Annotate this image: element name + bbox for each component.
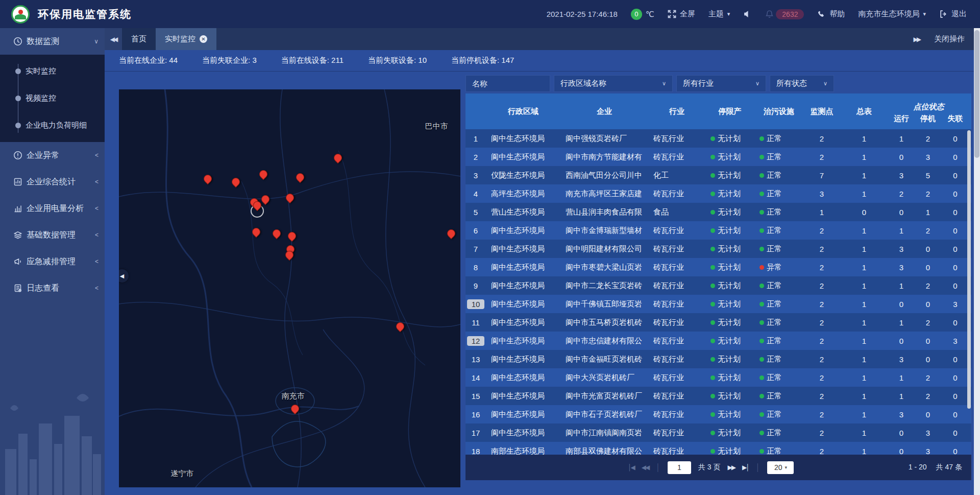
- sidebar-group-企业用电量分析[interactable]: 企业用电量分析 <: [0, 195, 105, 222]
- cell-region: 阆中生态环境局: [486, 350, 560, 368]
- sidebar-group-数据监测[interactable]: 数据监测 ∨: [0, 28, 105, 55]
- status-dot-icon: [710, 247, 715, 251]
- column-header-limit: 停限产: [705, 93, 754, 129]
- table-row[interactable]: 17 阆中生态环境局 阆中市江南镇阆南页岩 砖瓦行业 无计划 正常 2 1 0 …: [465, 423, 971, 442]
- fullscreen-icon: [668, 10, 676, 18]
- next-page-button[interactable]: ▶▶: [728, 464, 735, 471]
- sidebar-group-企业异常[interactable]: 企业异常 <: [0, 142, 105, 169]
- page-number-input[interactable]: 1: [668, 461, 691, 474]
- status-label: 当前失联企业:: [202, 56, 250, 64]
- table-row[interactable]: 8 阆中生态环境局 阆中市枣碧大梁山页岩 砖瓦行业 无计划 异常 2 1 3 0…: [465, 258, 971, 276]
- sidebar-item-视频监控[interactable]: 视频监控: [0, 85, 105, 112]
- fullscreen-button[interactable]: 全屏: [668, 9, 695, 19]
- chevron-down-icon: ▾: [727, 11, 730, 17]
- table-row[interactable]: 7 阆中生态环境局 阆中明阳建材有限公司 砖瓦行业 无计划 正常 2 1 3 0…: [465, 240, 971, 258]
- table-row[interactable]: 3 仪陇生态环境局 西南油气田分公司川中 化工 无计划 正常 7 1 3 5 0: [465, 166, 971, 184]
- cell-limit: 无计划: [705, 313, 754, 332]
- table-row[interactable]: 5 营山生态环境局 营山县润丰肉食品有限 食品 无计划 正常 1 0 0 1 0: [465, 203, 971, 221]
- last-page-button[interactable]: ▶│: [742, 464, 749, 471]
- cell-company: 阆中千佛镇五郎垭页岩: [560, 295, 648, 313]
- cell-facility: 正常: [754, 332, 803, 350]
- table-row[interactable]: 12 阆中生态环境局 阆中市忠信建材有限公 砖瓦行业 无计划 正常 2 1 0 …: [465, 332, 971, 350]
- status-dot-icon: [760, 375, 764, 380]
- sidebar-group-label: 企业用电量分析: [27, 203, 84, 214]
- region-filter-value: 行政区域名称: [560, 79, 606, 88]
- status-dot-icon: [760, 449, 764, 454]
- help-button[interactable]: 帮助: [817, 9, 845, 19]
- table-scrollbar-thumb[interactable]: [967, 130, 971, 409]
- chevron-down-icon: ∨: [662, 80, 666, 87]
- page-size-select[interactable]: 20 ▾: [767, 461, 794, 474]
- industry-filter-select[interactable]: 所有行业 ∨: [676, 75, 766, 92]
- cell-company: 阆中市金福旺页岩机砖: [560, 350, 648, 368]
- logout-button[interactable]: 退出: [939, 9, 967, 19]
- table-row[interactable]: 9 阆中生态环境局 阆中市二龙长宝页岩砖 砖瓦行业 无计划 正常 2 1 1 2…: [465, 276, 971, 295]
- status-filter-select[interactable]: 所有状态 ∨: [770, 75, 834, 92]
- cell-lost: 3: [941, 295, 969, 313]
- cell-points: 2: [803, 148, 840, 166]
- table-row[interactable]: 6 阆中生态环境局 阆中市金博瑞新型墙材 砖瓦行业 无计划 正常 2 1 1 2…: [465, 221, 971, 240]
- region-filter-select[interactable]: 行政区域名称 ∨: [554, 75, 673, 92]
- cell-lost: 0: [941, 240, 969, 258]
- cell-meters: 1: [840, 423, 888, 442]
- status-value: 44: [169, 56, 178, 64]
- cell-industry: 砖瓦行业: [648, 313, 705, 332]
- chevron-icon: ∨: [94, 38, 99, 45]
- table-row[interactable]: 10 阆中生态环境局 阆中千佛镇五郎垭页岩 砖瓦行业 无计划 正常 2 1 0 …: [465, 295, 971, 313]
- cell-company: 阆中市五马桥页岩机砖: [560, 313, 648, 332]
- table-row[interactable]: 18 南部生态环境局 南部县双佛建材有限公 砖瓦行业 无计划 正常 2 1 0 …: [465, 442, 971, 455]
- cell-industry: 砖瓦行业: [648, 221, 705, 240]
- sidebar-group-企业综合统计[interactable]: 企业综合统计 <: [0, 169, 105, 195]
- table-row[interactable]: 14 阆中生态环境局 阆中大兴页岩机砖厂 砖瓦行业 无计划 正常 2 1 1 2…: [465, 368, 971, 387]
- temperature-unit: ℃: [646, 10, 654, 19]
- page-scrollbar-thumb[interactable]: [974, 30, 979, 158]
- notifications[interactable]: 2632: [765, 9, 804, 19]
- cell-lost: 0: [941, 166, 969, 184]
- sidebar-item-实时监控[interactable]: 实时监控: [0, 58, 105, 85]
- cell-facility: 正常: [754, 240, 803, 258]
- row-index: 4: [469, 189, 482, 199]
- tabs-scroll-left-button[interactable]: ◀◀: [105, 28, 122, 50]
- sidebar-item-企业电力负荷明细[interactable]: 企业电力负荷明细: [0, 112, 105, 139]
- row-index: 3: [469, 171, 482, 180]
- org-dropdown[interactable]: 南充市生态环境局▾: [858, 9, 926, 19]
- name-filter-field[interactable]: [465, 75, 550, 92]
- name-filter-input[interactable]: [472, 79, 544, 88]
- tab-close-icon[interactable]: ✕: [200, 35, 207, 43]
- sidebar-group-应急减排管理[interactable]: 应急减排管理 <: [0, 248, 105, 275]
- map-panel[interactable]: 巴中市南充市遂宁市 ◀: [119, 89, 460, 487]
- table-row[interactable]: 4 高坪生态环境局 南充市高坪区王家店建 砖瓦行业 无计划 正常 3 1 2 2…: [465, 184, 971, 203]
- table-row[interactable]: 11 阆中生态环境局 阆中市五马桥页岩机砖 砖瓦行业 无计划 正常 2 1 1 …: [465, 313, 971, 332]
- log-icon: [13, 284, 22, 293]
- page-scrollbar[interactable]: [974, 28, 980, 495]
- theme-dropdown[interactable]: 主题▾: [708, 9, 730, 19]
- map-city-label: 巴中市: [425, 121, 448, 131]
- tab-首页[interactable]: 首页: [122, 28, 156, 50]
- prev-page-button[interactable]: ◀◀: [642, 464, 649, 471]
- cell-limit: 无计划: [705, 276, 754, 295]
- table-row[interactable]: 13 阆中生态环境局 阆中市金福旺页岩机砖 砖瓦行业 无计划 正常 2 1 3 …: [465, 350, 971, 368]
- cell-region: 阆中生态环境局: [486, 240, 560, 258]
- tab-实时监控[interactable]: 实时监控 ✕: [156, 28, 216, 50]
- cell-lost: 0: [941, 313, 969, 332]
- first-page-button[interactable]: │◀: [628, 464, 634, 471]
- cell-region: 营山生态环境局: [486, 203, 560, 221]
- tabs-scroll-right-button[interactable]: ▶▶: [914, 36, 920, 43]
- cell-facility: 异常: [754, 258, 803, 276]
- mute-button[interactable]: [743, 10, 752, 18]
- row-index: 18: [467, 446, 485, 455]
- cell-stop: 3: [915, 423, 941, 442]
- close-operations-button[interactable]: 关闭操作: [934, 34, 965, 44]
- status-dot-icon: [760, 412, 764, 417]
- app-title: 环保用电监管系统: [38, 7, 132, 21]
- table-row[interactable]: 15 阆中生态环境局 阆中市光富页岩机砖厂 砖瓦行业 无计划 正常 2 1 1 …: [465, 387, 971, 405]
- table-row[interactable]: 2 阆中生态环境局 阆中市南方节能建材有 砖瓦行业 无计划 正常 2 1 0 3…: [465, 148, 971, 166]
- sidebar-group-基础数据管理[interactable]: 基础数据管理 <: [0, 222, 105, 248]
- sidebar-group-日志查看[interactable]: 日志查看 <: [0, 275, 105, 301]
- cell-region: 仪陇生态环境局: [486, 166, 560, 184]
- table-row[interactable]: 16 阆中生态环境局 阆中市石子页岩机砖厂 砖瓦行业 无计划 正常 2 1 3 …: [465, 405, 971, 423]
- filter-bar: 行政区域名称 ∨ 所有行业 ∨ 所有状态 ∨: [465, 75, 971, 92]
- table-row[interactable]: 1 阆中生态环境局 阆中强锐页岩砖厂 砖瓦行业 无计划 正常 2 1 1 2 0: [465, 129, 971, 148]
- cell-stop: 2: [915, 368, 941, 387]
- sidebar-group-label: 日志查看: [27, 283, 59, 294]
